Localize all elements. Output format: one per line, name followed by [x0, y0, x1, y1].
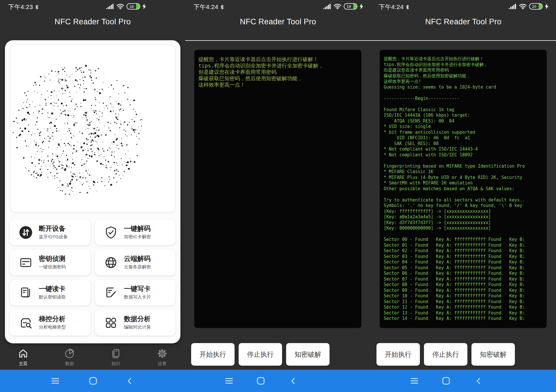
android-navbar [185, 370, 371, 392]
home-square-icon [257, 377, 265, 385]
navbar-menu-button[interactable] [220, 370, 238, 392]
action-subtitle: 数据写入卡片 [124, 294, 151, 300]
action-data-analysis[interactable]: 数据分析 编辑对比计算 [95, 310, 175, 336]
charging-bolt-icon [545, 3, 548, 9]
action-one-key-write[interactable]: 一键写卡 数据写入卡片 [95, 280, 175, 305]
action-elevator-analysis[interactable]: 梯控分析 分析电梯类型 [10, 310, 90, 336]
charging-bolt-icon [360, 3, 363, 9]
terminal-log-box: 提醒您，卡片靠近读卡器后点击开始执行进行破解！ tips.程序会自动识别全加密卡… [194, 50, 361, 328]
navbar-back-button[interactable] [121, 370, 138, 392]
known-key-crack-button[interactable]: 知密破解 [471, 343, 515, 366]
tab-label: 知识 [111, 361, 120, 367]
terminal-output: 提醒您，卡片靠近读卡器后点击开始执行进行破解！ tips.程序会自动识别全加密卡… [194, 50, 361, 91]
bluetooth-icon [220, 5, 224, 10]
wifi-icon [334, 3, 341, 9]
action-title: 一键读卡 [39, 285, 66, 292]
action-title: 密钥侦测 [39, 255, 66, 262]
navbar-home-button[interactable] [252, 370, 269, 392]
action-title: 一键写卡 [124, 285, 151, 292]
action-subtitle: 蓝牙/OTG设备 [39, 234, 68, 240]
navbar-home-button[interactable] [84, 370, 102, 392]
wifi-icon [519, 3, 527, 9]
title-divider [185, 40, 371, 41]
tab-data[interactable]: 数据 [46, 345, 93, 370]
start-execute-button[interactable]: 开始执行 [191, 343, 235, 366]
signal-icon [106, 3, 114, 9]
android-navbar [371, 370, 556, 392]
screen-home: 下午4:23 18 NFC Reader Tool Pro 断开设备 蓝牙/OT… [0, 0, 185, 392]
status-time: 下午4:24 [379, 3, 404, 11]
stop-execute-button[interactable]: 停止执行 [424, 343, 467, 366]
battery-level: 19 [344, 4, 353, 9]
dotted-sphere-image [10, 45, 175, 212]
action-key-detect[interactable]: 密钥侦测 一键侦测密码 [10, 250, 90, 275]
action-subtitle: 编辑对比计算 [124, 324, 151, 330]
action-subtitle: 云服务器解密 [124, 264, 151, 270]
action-subtitle: 加密IC卡解密 [124, 234, 151, 240]
elevator-search-icon [19, 316, 32, 329]
action-title: 梯控分析 [39, 315, 66, 323]
key-card-icon [19, 256, 32, 269]
home-square-icon [442, 377, 450, 385]
globe-icon [104, 256, 118, 269]
page-title: NFC Reader Tool Pro [185, 17, 371, 26]
action-one-key-read[interactable]: 一键读卡 默认密钥读取 [10, 280, 90, 305]
action-grid: 断开设备 蓝牙/OTG设备 一键解码 加密IC卡解密 密钥侦测 一键侦测密码 云… [10, 219, 175, 336]
android-navbar [0, 370, 185, 392]
shield-check-icon [104, 226, 118, 239]
status-bar-left: 下午4:24 [379, 3, 409, 11]
status-time: 下午4:23 [8, 3, 33, 11]
action-subtitle: 分析电梯类型 [39, 324, 66, 330]
read-card-icon [19, 286, 32, 299]
books-icon [110, 348, 122, 359]
gear-icon [156, 348, 168, 359]
action-button-row: 开始执行 停止执行 知密破解 [185, 343, 371, 366]
action-title: 一键解码 [124, 225, 151, 232]
back-chevron-icon [477, 378, 480, 384]
charging-bolt-icon [142, 3, 146, 9]
write-card-icon [104, 286, 118, 299]
bluetooth-icon [406, 5, 409, 10]
action-title: 断开设备 [39, 225, 68, 232]
tab-label: 设置 [158, 361, 167, 367]
action-button-row: 开始执行 停止执行 知密破解 [371, 343, 556, 366]
menu-icon [225, 378, 233, 384]
tab-label: 数据 [65, 361, 74, 367]
terminal-log-box: 提醒您，卡片靠近读卡器后点击开始执行进行破解！ tips.程序会自动识别全加密卡… [380, 50, 547, 328]
signal-icon [323, 3, 331, 9]
action-subtitle: 一键侦测密码 [39, 264, 66, 270]
menu-icon [411, 378, 418, 384]
status-bar-right: 18 [106, 3, 146, 10]
signal-icon [509, 3, 517, 9]
wifi-icon [116, 3, 124, 9]
action-disconnect-device[interactable]: 断开设备 蓝牙/OTG设备 [10, 219, 90, 245]
navbar-back-button[interactable] [284, 370, 302, 392]
navbar-home-button[interactable] [437, 370, 455, 392]
navbar-back-button[interactable] [470, 370, 487, 392]
battery-charge-fill [353, 4, 357, 9]
bluetooth-icon [35, 5, 39, 10]
status-bar-right: 19 [323, 3, 363, 10]
title-divider [371, 40, 556, 41]
status-bar-left: 下午4:23 [8, 3, 39, 11]
status-bar-right: 20 [509, 3, 548, 10]
data-grid-icon [104, 316, 118, 329]
tab-home[interactable]: 主页 [0, 345, 46, 370]
navbar-menu-button[interactable] [406, 370, 423, 392]
action-subtitle: 默认密钥读取 [39, 294, 66, 300]
bottom-tab-bar: 主页 数据 知识 设置 [0, 345, 185, 370]
start-execute-button[interactable]: 开始执行 [376, 343, 420, 366]
navbar-menu-button[interactable] [47, 370, 64, 392]
tab-label: 主页 [19, 361, 28, 367]
page-title: NFC Reader Tool Pro [371, 17, 556, 26]
action-one-key-decode[interactable]: 一键解码 加密IC卡解密 [95, 219, 175, 245]
known-key-crack-button[interactable]: 知密破解 [286, 343, 330, 366]
battery-charge-fill [136, 4, 140, 9]
terminal-output: 提醒您，卡片靠近读卡器后点击开始执行进行破解！ tips.程序会自动识别全加密卡… [380, 50, 547, 325]
stop-execute-button[interactable]: 停止执行 [239, 343, 282, 366]
back-chevron-icon [128, 378, 131, 384]
page-title: NFC Reader Tool Pro [0, 17, 185, 26]
action-cloud-decode[interactable]: 云端解码 云服务器解密 [95, 250, 175, 275]
tab-knowledge[interactable]: 知识 [93, 345, 139, 370]
tab-settings[interactable]: 设置 [139, 345, 185, 370]
